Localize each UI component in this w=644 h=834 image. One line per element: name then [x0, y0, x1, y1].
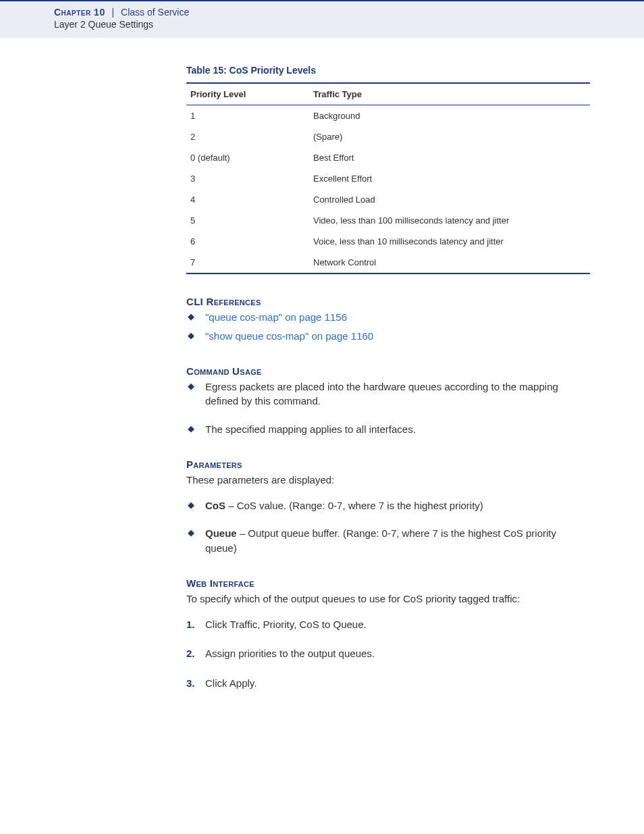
cell-type: Voice, less than 10 milliseconds latency…: [309, 231, 590, 252]
step-item: Click Apply.: [186, 676, 590, 691]
cell-level: 3: [186, 168, 309, 189]
list-item: "queue cos-map" on page 1156: [186, 310, 590, 325]
list-item: Egress packets are placed into the hardw…: [186, 380, 590, 409]
param-desc: – CoS value. (Range: 0-7, where 7 is the…: [225, 500, 483, 511]
cell-level: 6: [186, 231, 309, 252]
cell-level: 2: [186, 126, 309, 147]
param-name: Queue: [205, 527, 237, 539]
cell-type: Background: [309, 105, 590, 127]
param-desc: – Output queue buffer. (Range: 0-7, wher…: [205, 527, 556, 554]
section-web-interface: Web Interface: [186, 577, 590, 589]
section-parameters: Parameters: [186, 459, 590, 470]
cell-level: 1: [186, 105, 309, 127]
col-priority-level: Priority Level: [186, 83, 309, 105]
list-item: The specified mapping applies to all int…: [186, 422, 590, 437]
table-row: 5Video, less than 100 milliseconds laten…: [186, 210, 590, 231]
cell-level: 4: [186, 189, 309, 210]
cell-level: 7: [186, 252, 309, 273]
table-row: 3Excellent Effort: [186, 168, 590, 189]
col-traffic-type: Traffic Type: [309, 83, 590, 105]
page-content: Table 15: CoS Priority Levels Priority L…: [0, 38, 644, 691]
separator: |: [112, 7, 115, 18]
list-item: Queue – Output queue buffer. (Range: 0-7…: [186, 526, 590, 556]
table-caption: Table 15: CoS Priority Levels: [186, 65, 590, 76]
section-cli-references: CLI References: [186, 296, 590, 307]
cell-type: Video, less than 100 milliseconds latenc…: [309, 210, 590, 231]
cell-level: 5: [186, 210, 309, 231]
page-header: Chapter 10 | Class of Service Layer 2 Qu…: [0, 0, 644, 38]
chapter-prefix: Chapter 10: [54, 7, 105, 18]
step-item: Click Traffic, Priority, CoS to Queue.: [186, 617, 590, 632]
step-item: Assign priorities to the output queues.: [186, 646, 590, 661]
parameters-intro: These parameters are displayed:: [186, 473, 590, 488]
cell-type: Controlled Load: [309, 189, 590, 210]
link-show-queue-cos-map[interactable]: "show queue cos-map" on page 1160: [205, 330, 373, 342]
table-header-row: Priority Level Traffic Type: [186, 83, 590, 105]
cos-priority-table: Priority Level Traffic Type 1Background …: [186, 82, 590, 274]
cell-level: 0 (default): [186, 147, 309, 168]
cli-refs-list: "queue cos-map" on page 1156 "show queue…: [186, 310, 590, 344]
table-row: 0 (default)Best Effort: [186, 147, 590, 168]
table-row: 4Controlled Load: [186, 189, 590, 210]
section-command-usage: Command Usage: [186, 365, 590, 377]
web-interface-steps: Click Traffic, Priority, CoS to Queue. A…: [186, 617, 590, 691]
command-usage-list: Egress packets are placed into the hardw…: [186, 380, 590, 437]
cell-type: (Spare): [309, 126, 590, 147]
cell-type: Network Control: [309, 252, 590, 273]
link-queue-cos-map[interactable]: "queue cos-map" on page 1156: [205, 311, 347, 323]
param-name: CoS: [205, 500, 225, 511]
table-row: 7Network Control: [186, 252, 590, 273]
chapter-title: Class of Service: [121, 7, 189, 18]
section-subtitle: Layer 2 Queue Settings: [54, 19, 644, 30]
table-row: 6Voice, less than 10 milliseconds latenc…: [186, 231, 590, 252]
cell-type: Excellent Effort: [309, 168, 590, 189]
table-row: 1Background: [186, 105, 590, 127]
list-item: CoS – CoS value. (Range: 0-7, where 7 is…: [186, 498, 590, 513]
parameters-list: CoS – CoS value. (Range: 0-7, where 7 is…: [186, 498, 590, 556]
cell-type: Best Effort: [309, 147, 590, 168]
list-item: "show queue cos-map" on page 1160: [186, 329, 590, 344]
web-interface-intro: To specify which of the output queues to…: [186, 592, 590, 606]
chapter-line: Chapter 10 | Class of Service: [54, 7, 644, 18]
table-row: 2(Spare): [186, 126, 590, 147]
